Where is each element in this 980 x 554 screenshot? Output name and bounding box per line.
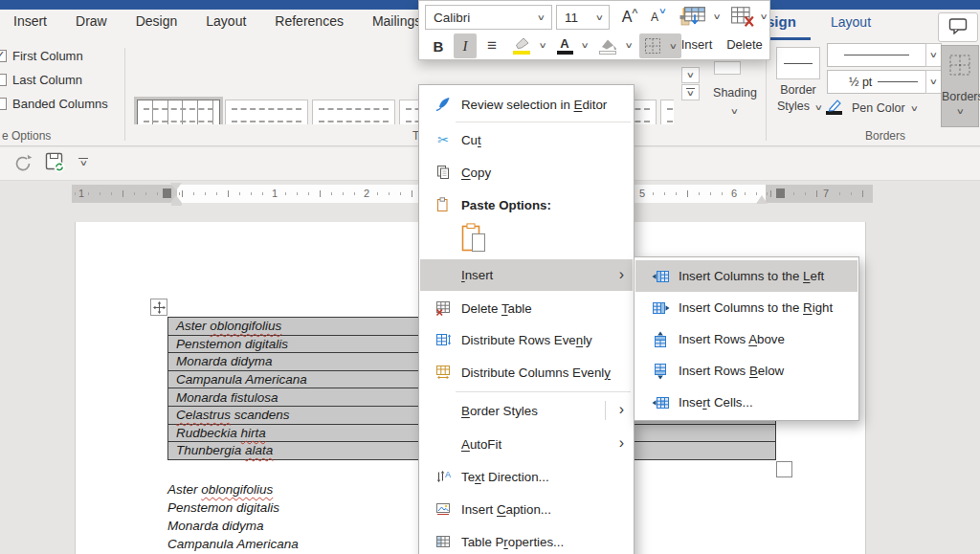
pen-color-button[interactable]: Pen Color ∨ <box>825 97 917 120</box>
font-color-dropdown-arrow[interactable]: ∨ <box>575 41 594 49</box>
submenu-item-insert-cells[interactable]: Insert Cells... <box>635 387 858 418</box>
ruler-table-column-marker[interactable] <box>776 188 785 198</box>
toolbar-overflow-button[interactable]: ∨ <box>78 158 88 167</box>
last-column-label: Last Column <box>12 73 82 87</box>
menu-item-review-in-editor[interactable]: Review selection in Editor <box>420 91 633 118</box>
shading-button[interactable]: Shading ∨ <box>705 57 765 129</box>
text-direction-icon: A <box>432 469 455 484</box>
menu-item-text-direction[interactable]: A Text Direction... <box>420 463 633 490</box>
borders-group-label: Borders <box>842 129 928 143</box>
tab-layout[interactable]: Layout <box>206 13 246 29</box>
table-context-menu: Review selection in Editor ✂ Cut Copy Pa… <box>418 84 635 554</box>
font-name-dropdown[interactable]: Calibri ∨ <box>425 5 552 30</box>
table-style-thumbnail[interactable] <box>312 100 395 124</box>
comments-button[interactable] <box>938 12 978 42</box>
submenu-item-insert-rows-below[interactable]: Insert Rows Below <box>635 355 858 387</box>
submenu-arrow-icon: › <box>619 434 624 452</box>
insert-table-button[interactable] <box>679 4 710 31</box>
right-indent-marker[interactable] <box>756 195 768 204</box>
highlight-dropdown-arrow[interactable]: ∨ <box>533 41 552 49</box>
document-paragraph[interactable]: Aster oblongifolius Penstemon digitalis … <box>167 480 299 554</box>
delete-button-label: Delete <box>718 37 771 52</box>
checkbox-last-column[interactable]: Last Column <box>0 74 115 89</box>
checkbox-banded-columns[interactable]: Banded Columns <box>0 98 124 113</box>
insert-rows-below-icon <box>649 363 672 380</box>
line-weight-dropdown[interactable]: ½ pt <box>827 70 926 94</box>
border-styles-label-2: Styles <box>771 100 815 113</box>
insert-dropdown-arrow[interactable]: ∨ <box>709 12 725 20</box>
menu-item-border-styles[interactable]: Border Styles › <box>420 396 633 425</box>
table-style-thumbnail[interactable] <box>225 100 308 124</box>
shading-mini-button[interactable] <box>595 33 620 58</box>
chevron-down-icon: ∨ <box>814 103 823 111</box>
gallery-scroll-down-button[interactable]: ∨ <box>681 67 700 83</box>
line-style-dropdown-arrow[interactable]: ∨ <box>925 43 942 67</box>
menu-item-insert-caption[interactable]: Insert Caption... <box>420 496 633 522</box>
shrink-font-button[interactable]: A ∨ <box>642 5 667 30</box>
menu-item-copy[interactable]: Copy <box>420 159 633 186</box>
shading-dropdown-arrow[interactable]: ∨ <box>619 41 638 49</box>
tab-mailings[interactable]: Mailings <box>372 13 421 29</box>
paragraph-line[interactable]: Aster oblongifolius <box>167 480 299 499</box>
left-indent-marker[interactable] <box>171 203 182 206</box>
font-color-button[interactable]: A <box>553 33 576 58</box>
submenu-item-insert-rows-above[interactable]: Insert Rows Above <box>635 323 858 355</box>
menu-item-table-properties[interactable]: Table Properties... <box>420 528 633 554</box>
menu-item-insert[interactable]: Insert › <box>420 259 633 291</box>
border-styles-button[interactable]: Border Styles ∨ <box>771 45 825 129</box>
menu-item-autofit[interactable]: AutoFit › <box>420 430 633 458</box>
repeat-icon[interactable] <box>12 153 33 178</box>
first-column-label: First Column <box>12 49 83 63</box>
line-spacing-button[interactable]: ≡ <box>480 33 503 58</box>
line-style-dropdown[interactable] <box>827 43 926 67</box>
line-weight-dropdown-arrow[interactable]: ∨ <box>925 70 942 94</box>
checkbox-first-column[interactable]: ✓ First Column <box>0 50 115 65</box>
last-column-checkbox-box[interactable] <box>0 74 7 86</box>
first-column-checkbox-box[interactable]: ✓ <box>0 50 7 62</box>
borders-button-active[interactable]: Borders ∨ <box>941 45 979 127</box>
first-line-indent-marker[interactable] <box>170 183 182 190</box>
tab-draw[interactable]: Draw <box>76 13 107 29</box>
table-properties-icon <box>432 534 455 549</box>
hanging-indent-marker[interactable] <box>170 195 182 203</box>
chevron-down-icon: ∨ <box>909 104 918 112</box>
table-resize-handle[interactable] <box>776 461 792 477</box>
insert-rows-above-icon <box>649 331 672 348</box>
delete-table-icon <box>730 6 755 29</box>
distribute-rows-icon <box>432 332 455 347</box>
grow-font-button[interactable]: A ∧ <box>614 5 639 30</box>
svg-text:A: A <box>445 470 451 479</box>
tab-table-layout[interactable]: Layout <box>831 14 871 30</box>
paste-option-keep-source[interactable] <box>420 220 633 258</box>
border-style-preview <box>776 47 820 79</box>
tab-design[interactable]: Design <box>136 13 178 29</box>
delete-table-button[interactable] <box>727 4 758 31</box>
paragraph-line[interactable]: Penstemon digitalis <box>167 499 299 517</box>
submenu-item-insert-columns-left[interactable]: Insert Columns to the Left <box>635 260 858 292</box>
submenu-item-insert-columns-right[interactable]: Insert Columns to the Right <box>635 292 858 323</box>
tab-insert[interactable]: Insert <box>13 13 47 29</box>
ruler-left-margin: 1 <box>72 185 177 203</box>
save-sync-icon[interactable] <box>44 151 67 178</box>
menu-item-delete-table[interactable]: Delete Table <box>420 295 633 321</box>
font-size-dropdown[interactable]: 11 ∨ <box>556 5 610 30</box>
menu-item-paste-options: Paste Options: <box>420 191 633 218</box>
banded-columns-checkbox-box[interactable] <box>0 98 7 110</box>
scissors-icon: ✂ <box>432 132 455 147</box>
table-style-thumbnail-selected[interactable] <box>137 100 220 124</box>
menu-item-distribute-columns[interactable]: Distribute Columns Evenly <box>420 359 633 386</box>
italic-button-active[interactable]: I <box>454 33 477 58</box>
bold-button[interactable]: B <box>427 33 450 58</box>
table-style-thumbnail[interactable] <box>660 100 674 124</box>
word-window: Insert Draw Design Layout References Mai… <box>0 0 980 554</box>
menu-item-distribute-rows[interactable]: Distribute Rows Evenly <box>420 326 633 353</box>
paragraph-line[interactable]: Monarda didyma <box>167 517 299 535</box>
paragraph-line[interactable]: Campanula Americana <box>167 535 299 553</box>
tab-references[interactable]: References <box>275 13 344 29</box>
menu-item-cut[interactable]: ✂ Cut <box>420 126 633 153</box>
table-move-handle[interactable] <box>150 299 167 316</box>
highlight-button[interactable] <box>507 33 536 58</box>
gallery-more-button[interactable]: ∨ <box>681 84 700 100</box>
chevron-down-icon: ∨ <box>595 13 604 21</box>
delete-dropdown-arrow[interactable]: ∨ <box>756 12 772 20</box>
